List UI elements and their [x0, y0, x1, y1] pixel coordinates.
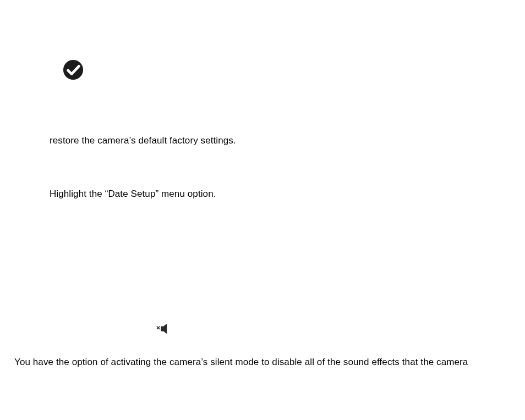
text-highlight-date-setup: Highlight the “Date Setup” menu option. — [50, 189, 216, 200]
svg-point-0 — [63, 60, 83, 80]
speaker-mute-icon — [156, 323, 168, 334]
text-restore-defaults: restore the camera’s default factory set… — [50, 135, 236, 146]
document-page: restore the camera’s default factory set… — [0, 0, 525, 420]
check-circle-icon — [63, 59, 84, 80]
text-silent-mode-description: You have the option of activating the ca… — [14, 357, 468, 368]
